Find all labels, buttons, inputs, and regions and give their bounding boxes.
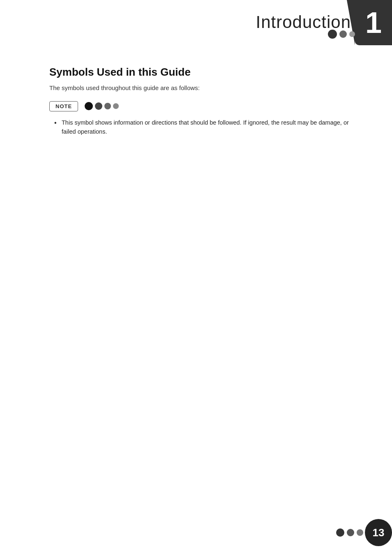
chapter-title: Introduction [256,0,355,32]
content-area: Symbols Used in this Guide The symbols u… [49,66,359,136]
note-badge: NOTE [49,101,78,111]
note-dot-4 [113,103,119,109]
footer-dot-2 [347,529,354,536]
chapter-dot-2 [339,30,347,38]
chapter-number: 1 [365,8,382,37]
page-number: 13 [373,526,385,539]
chapter-dot-1 [328,30,337,39]
footer-dot-1 [336,528,344,537]
note-body: This symbol shows information or directi… [54,118,359,137]
note-list-item: This symbol shows information or directi… [54,118,359,137]
chapter-header: Introduction 1 [256,0,392,45]
chapter-dot-3 [349,31,355,37]
page-container: Introduction 1 Symbols Used in this Guid… [0,0,392,556]
note-container: NOTE [49,101,359,111]
section-intro: The symbols used throughout this guide a… [49,83,359,93]
footer-dot-3 [357,529,363,536]
section-title: Symbols Used in this Guide [49,66,359,79]
page-number-tab: 13 [365,519,392,546]
page-footer: 13 [336,519,392,546]
chapter-decorative-dots [328,30,355,39]
note-dot-3 [104,103,111,109]
chapter-number-tab: 1 [355,0,392,45]
note-dot-2 [95,102,102,110]
footer-dots [336,528,363,537]
note-dot-1 [85,102,93,110]
note-dots [85,102,119,110]
